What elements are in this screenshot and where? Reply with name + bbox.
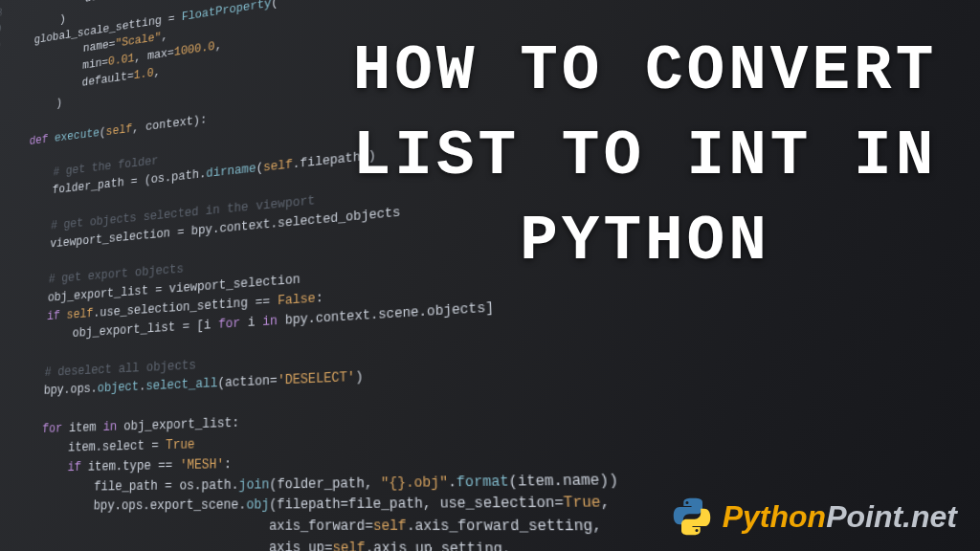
- banner-canvas: 177 },178 default='1'179 )180 global_sca…: [0, 0, 980, 551]
- brand-logo: PythonPoint.net: [671, 496, 957, 538]
- code-line: 208 axis_up=self.axis_up_setting,: [0, 537, 731, 551]
- brand-text: PythonPoint.net: [723, 499, 957, 535]
- code-text: axis_up=self.axis_up_setting,: [0, 537, 512, 551]
- code-line: 207 axis_forward=self.axis_forward_setti…: [0, 516, 729, 540]
- brand-text-gold: Python: [723, 499, 826, 534]
- python-icon: [671, 496, 713, 538]
- code-text: axis_forward=self.axis_forward_setting,: [0, 516, 603, 539]
- banner-title: HOW TO CONVERT LIST TO INT IN PYTHON: [339, 29, 951, 284]
- brand-text-grey: Point.net: [826, 499, 957, 534]
